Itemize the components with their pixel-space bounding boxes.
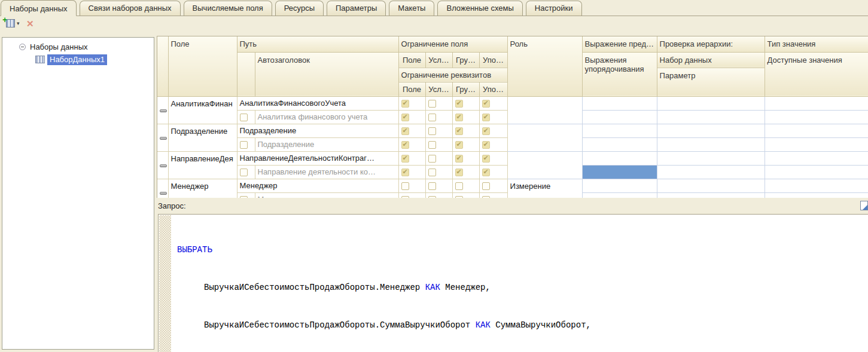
checkbox[interactable] (455, 114, 463, 121)
restriction-cell[interactable] (425, 96, 452, 110)
row-grip-cell[interactable] (157, 96, 168, 124)
field-name-cell[interactable]: НаправлениеДея (168, 151, 237, 179)
checkbox[interactable] (428, 169, 436, 176)
restriction-cell[interactable] (398, 179, 425, 192)
expression-cell-selected[interactable] (582, 165, 657, 179)
restriction-cell[interactable] (452, 165, 479, 179)
hierarchy-cell[interactable] (657, 137, 765, 151)
value-type-cell[interactable] (765, 151, 868, 165)
tab-dataset-links[interactable]: Связи наборов данных (80, 1, 181, 16)
restriction-cell[interactable] (452, 179, 479, 192)
restriction-cell[interactable] (479, 179, 507, 192)
checkbox[interactable] (482, 100, 490, 108)
hierarchy-cell[interactable] (657, 110, 765, 124)
hierarchy-cell[interactable] (657, 165, 765, 179)
restriction-cell[interactable] (398, 124, 425, 137)
checkbox[interactable] (482, 127, 490, 135)
expression-cell[interactable] (582, 110, 657, 124)
hierarchy-cell[interactable] (657, 96, 765, 110)
restriction-cell[interactable] (452, 137, 479, 151)
query-wizard-icon[interactable] (860, 201, 868, 210)
tab-layouts[interactable]: Макеты (389, 1, 434, 16)
attr-use-cell[interactable] (237, 165, 255, 179)
field-name-cell[interactable]: АналитикаФинан (168, 96, 237, 124)
checkbox[interactable] (428, 127, 436, 135)
row-grip-cell[interactable] (157, 124, 168, 151)
expression-cell[interactable] (582, 137, 657, 151)
restriction-cell[interactable] (425, 165, 452, 179)
query-text[interactable]: ВЫБРАТЬ ВыручкаИСебестоимостьПродажОборо… (177, 219, 666, 352)
checkbox[interactable] (401, 127, 409, 135)
role-cell[interactable]: Измерение (507, 179, 582, 198)
field-name-cell[interactable]: Подразделение (168, 124, 237, 151)
drag-handle-icon[interactable] (160, 137, 167, 140)
attr-use-cell[interactable] (237, 192, 255, 198)
restriction-cell[interactable] (452, 151, 479, 165)
checkbox[interactable] (482, 155, 490, 163)
delete-dataset-button[interactable]: ✕ (26, 19, 34, 29)
restriction-cell[interactable] (425, 192, 452, 198)
checkbox[interactable] (455, 169, 463, 176)
expression-cell[interactable] (582, 192, 657, 198)
expression-cell[interactable] (582, 124, 657, 137)
checkbox[interactable] (401, 196, 409, 198)
role-cell[interactable] (507, 96, 582, 124)
field-path-cell[interactable]: НаправлениеДеятельностиКонтраг… (237, 151, 398, 165)
checkbox[interactable] (428, 114, 436, 121)
restriction-cell[interactable] (398, 151, 425, 165)
hierarchy-cell[interactable] (657, 124, 765, 137)
restriction-cell[interactable] (452, 124, 479, 137)
checkbox[interactable] (482, 196, 490, 198)
restriction-cell[interactable] (479, 124, 507, 137)
restriction-cell[interactable] (425, 179, 452, 192)
field-path-cell[interactable]: Подразделение (237, 124, 398, 137)
drag-handle-icon[interactable] (160, 164, 167, 167)
checkbox[interactable] (240, 114, 248, 121)
checkbox[interactable] (455, 141, 463, 149)
add-dataset-button[interactable]: + ▾ (6, 19, 20, 27)
restriction-cell[interactable] (425, 110, 452, 124)
value-type-cell[interactable] (765, 110, 868, 124)
query-editor[interactable]: ВЫБРАТЬ ВыручкаИСебестоимостьПродажОборо… (158, 214, 868, 352)
hierarchy-cell[interactable] (657, 192, 765, 198)
value-type-cell[interactable] (765, 165, 868, 179)
drag-handle-icon[interactable] (160, 109, 167, 112)
restriction-cell[interactable] (479, 192, 507, 198)
checkbox[interactable] (240, 169, 248, 176)
restriction-cell[interactable] (452, 110, 479, 124)
attr-use-cell[interactable] (237, 137, 255, 151)
checkbox[interactable] (240, 196, 248, 198)
value-type-cell[interactable] (765, 96, 868, 110)
expression-cell[interactable] (582, 96, 657, 110)
checkbox[interactable] (428, 141, 436, 149)
row-grip-cell[interactable] (157, 151, 168, 179)
expression-cell[interactable] (582, 179, 657, 192)
restriction-cell[interactable] (398, 137, 425, 151)
checkbox[interactable] (482, 114, 490, 121)
checkbox[interactable] (401, 169, 409, 176)
checkbox[interactable] (455, 155, 463, 163)
tab-settings[interactable]: Настройки (526, 1, 582, 16)
auto-title-cell[interactable]: Подразделение (255, 137, 398, 151)
tab-nested-schemas[interactable]: Вложенные схемы (437, 1, 522, 16)
restriction-cell[interactable] (452, 192, 479, 198)
tab-calculated-fields[interactable]: Вычисляемые поля (184, 1, 272, 16)
checkbox[interactable] (455, 196, 463, 198)
hierarchy-cell[interactable] (657, 179, 765, 192)
checkbox[interactable] (401, 155, 409, 163)
attr-use-cell[interactable] (237, 110, 255, 124)
restriction-cell[interactable] (452, 96, 479, 110)
restriction-cell[interactable] (479, 110, 507, 124)
collapse-icon[interactable] (19, 44, 26, 50)
checkbox[interactable] (428, 100, 436, 108)
auto-title-cell[interactable]: Направление деятельности ко… (255, 165, 398, 179)
restriction-cell[interactable] (479, 96, 507, 110)
checkbox[interactable] (401, 182, 409, 190)
checkbox[interactable] (455, 127, 463, 135)
checkbox[interactable] (428, 155, 436, 163)
restriction-cell[interactable] (425, 137, 452, 151)
tab-resources[interactable]: Ресурсы (275, 1, 324, 16)
chevron-down-icon[interactable]: ▾ (17, 20, 20, 26)
restriction-cell[interactable] (398, 110, 425, 124)
restriction-cell[interactable] (479, 165, 507, 179)
